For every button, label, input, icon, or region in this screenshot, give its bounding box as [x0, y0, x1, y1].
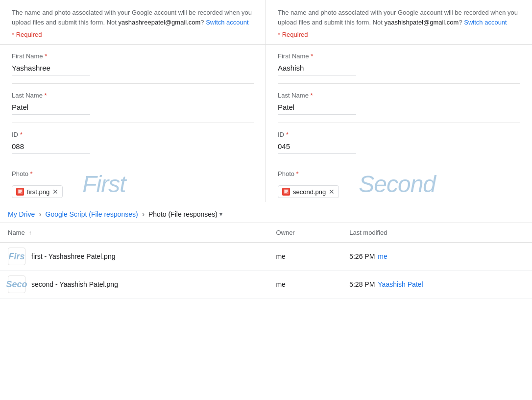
- right-first-name-label: First Name *: [278, 52, 520, 60]
- right-id-star: *: [286, 131, 289, 138]
- right-account-row: The name and photo associated with your …: [266, 0, 532, 45]
- right-switch-account[interactable]: Switch account: [464, 19, 507, 26]
- file-thumb: Seco: [8, 275, 25, 293]
- table-row[interactable]: Firs first - Yashashree Patel.png me 5:2…: [0, 243, 532, 271]
- right-fields: First Name * Aashish Last Name * Patel I…: [266, 45, 532, 202]
- left-last-name-section: Last Name * Patel: [12, 84, 254, 123]
- left-watermark: First: [82, 173, 125, 196]
- col-owner-header: Owner: [268, 223, 341, 243]
- left-photo-section: Photo * first.png ✕ First: [12, 162, 254, 202]
- right-photo-star: *: [296, 170, 299, 177]
- right-file-name: second.png: [293, 188, 326, 196]
- left-account-info: The name and photo associated with your …: [12, 4, 254, 29]
- left-account-row: The name and photo associated with your …: [0, 0, 266, 45]
- right-id-label: ID *: [278, 131, 520, 138]
- right-file-chip: second.png ✕: [278, 185, 339, 198]
- breadcrumb-photo-folder: Photo (File responses): [148, 210, 218, 218]
- left-id-star: *: [20, 131, 23, 138]
- file-row-name: Seco second - Yaashish Patel.png: [8, 275, 260, 293]
- right-first-name-section: First Name * Aashish: [278, 45, 520, 84]
- modified-cell-inner: 5:28 PM Yaashish Patel: [349, 280, 524, 288]
- left-first-name-star: *: [45, 52, 47, 60]
- file-name-cell: Firs first - Yashashree Patel.png: [0, 243, 268, 271]
- sort-icon: ↑: [28, 229, 31, 236]
- left-last-name-star: *: [45, 92, 47, 99]
- right-last-name-value: Patel: [278, 103, 356, 115]
- left-email-suffix: ?: [200, 19, 206, 26]
- breadcrumb-my-drive[interactable]: My Drive: [8, 210, 35, 218]
- left-id-section: ID * 088: [12, 123, 254, 162]
- breadcrumb-sep-2: ›: [142, 210, 145, 219]
- breadcrumb-sep-1: ›: [39, 210, 41, 219]
- right-watermark: Second: [359, 173, 435, 196]
- modified-cell-inner: 5:26 PM me: [349, 252, 524, 260]
- left-required-note: * Required: [12, 31, 254, 38]
- modified-cell: 5:26 PM me: [341, 243, 532, 271]
- left-fields: First Name * Yashashree Last Name * Pate…: [0, 45, 266, 202]
- left-first-name-value: Yashashree: [12, 64, 90, 75]
- left-id-label: ID *: [12, 131, 254, 138]
- left-panel: The name and photo associated with your …: [0, 0, 266, 202]
- owner-cell: me: [268, 243, 341, 271]
- file-thumb: Firs: [8, 248, 25, 265]
- table-header: Name ↑ Owner Last modified: [0, 223, 532, 243]
- left-first-name-label: First Name *: [12, 52, 254, 60]
- file-name-cell: Seco second - Yaashish Patel.png: [0, 271, 268, 299]
- right-account-info: The name and photo associated with your …: [278, 4, 520, 29]
- table-row[interactable]: Seco second - Yaashish Patel.png me 5:28…: [0, 271, 532, 299]
- right-required-note: * Required: [278, 31, 520, 38]
- left-first-name-section: First Name * Yashashree: [12, 45, 254, 84]
- modified-cell: 5:28 PM Yaashish Patel: [341, 271, 532, 299]
- col-name-header[interactable]: Name ↑: [0, 223, 268, 243]
- left-last-name-value: Patel: [12, 103, 90, 115]
- left-switch-account[interactable]: Switch account: [206, 19, 248, 26]
- col-modified-header: Last modified: [341, 223, 532, 243]
- right-first-name-value: Aashish: [278, 64, 356, 75]
- chevron-down-icon: ▾: [219, 211, 222, 218]
- right-last-name-star: *: [311, 92, 313, 99]
- owner-cell: me: [268, 271, 341, 299]
- left-file-name: first.png: [27, 188, 49, 196]
- left-file-icon: [16, 188, 24, 196]
- right-id-value: 045: [278, 142, 356, 154]
- right-photo-label: Photo *: [278, 170, 339, 177]
- right-last-name-section: Last Name * Patel: [278, 84, 520, 123]
- right-file-icon: [282, 188, 290, 196]
- breadcrumb-bar: My Drive › Google Script (File responses…: [0, 202, 532, 223]
- right-panel: The name and photo associated with your …: [266, 0, 532, 202]
- breadcrumb-current-folder[interactable]: Photo (File responses) ▾: [148, 210, 222, 218]
- left-email: yashashreepatel@gmail.com: [119, 19, 201, 26]
- left-photo-star: *: [30, 170, 33, 177]
- right-email: yaashishpatel@gmail.com: [385, 19, 459, 26]
- left-id-value: 088: [12, 142, 90, 154]
- right-last-name-label: Last Name *: [278, 92, 520, 99]
- breadcrumb-google-script[interactable]: Google Script (File responses): [46, 210, 138, 218]
- file-name-text: first - Yashashree Patel.png: [31, 252, 115, 260]
- left-last-name-label: Last Name *: [12, 92, 254, 99]
- file-table: Name ↑ Owner Last modified Firs first - …: [0, 223, 532, 299]
- table-body: Firs first - Yashashree Patel.png me 5:2…: [0, 243, 532, 299]
- form-panels: The name and photo associated with your …: [0, 0, 532, 202]
- right-email-suffix: ?: [459, 19, 464, 26]
- left-photo-label: Photo *: [12, 170, 63, 177]
- left-file-chip: first.png ✕: [12, 185, 63, 198]
- table-header-row: Name ↑ Owner Last modified: [0, 223, 532, 243]
- modified-time: 5:28 PM: [349, 280, 375, 288]
- modified-time: 5:26 PM: [349, 252, 375, 260]
- right-file-close[interactable]: ✕: [329, 188, 335, 195]
- right-id-section: ID * 045: [278, 123, 520, 162]
- modified-user: me: [378, 252, 387, 260]
- right-photo-left: Photo * second.png ✕: [278, 170, 339, 198]
- left-file-close[interactable]: ✕: [52, 188, 58, 195]
- file-name-text: second - Yaashish Patel.png: [31, 280, 118, 288]
- right-first-name-star: *: [311, 52, 313, 60]
- modified-user: Yaashish Patel: [378, 280, 423, 288]
- right-photo-section: Photo * second.png ✕ Second: [278, 162, 520, 202]
- left-photo-left: Photo * first.png ✕: [12, 170, 63, 198]
- file-row-name: Firs first - Yashashree Patel.png: [8, 248, 260, 265]
